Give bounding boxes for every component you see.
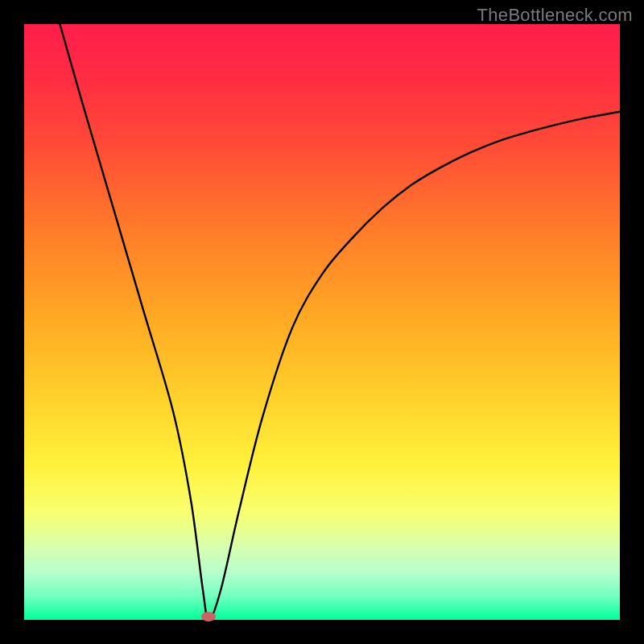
watermark-text: TheBottleneck.com bbox=[477, 5, 633, 26]
optimum-marker bbox=[201, 612, 216, 621]
curve-path bbox=[60, 24, 620, 620]
plot-area bbox=[24, 24, 620, 620]
chart-frame: TheBottleneck.com bbox=[0, 0, 644, 644]
bottleneck-curve bbox=[24, 24, 620, 620]
